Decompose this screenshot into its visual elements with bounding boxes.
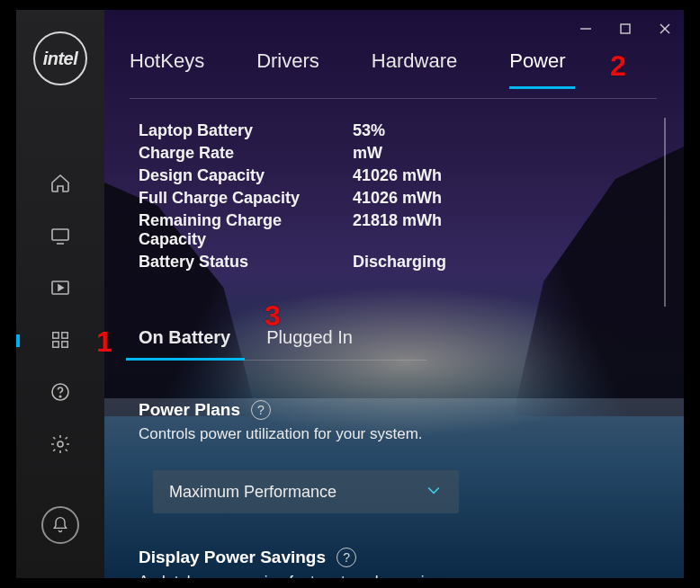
minimize-button[interactable]: [578, 21, 594, 37]
sidebar: intel: [16, 10, 104, 578]
svg-rect-3: [62, 333, 67, 338]
display-savings-desc: An Intel power saving feature to enhance…: [139, 573, 657, 578]
power-subtabs: On Battery Plugged In: [139, 327, 657, 361]
svg-rect-2: [53, 333, 58, 338]
monitor-icon: [49, 225, 71, 246]
gear-icon: [49, 433, 71, 455]
chevron-down-icon: [425, 481, 443, 503]
sidebar-nav: [48, 171, 73, 457]
stat-label-status: Battery Status: [139, 253, 353, 272]
power-plans-title-row: Power Plans ?: [139, 400, 657, 420]
svg-rect-10: [621, 24, 630, 33]
stat-value-laptop-battery: 53%: [353, 121, 657, 140]
svg-rect-5: [62, 342, 67, 347]
stat-value-remaining: 21818 mWh: [353, 211, 657, 249]
tab-power[interactable]: Power: [509, 49, 565, 73]
stat-label-charge-rate: Charge Rate: [139, 144, 353, 163]
tab-hardware[interactable]: Hardware: [372, 49, 457, 73]
content: Laptop Battery 53% Charge Rate mW Design…: [139, 121, 657, 578]
nav-home[interactable]: [48, 171, 73, 196]
stat-label-laptop-battery: Laptop Battery: [139, 121, 353, 140]
nav-help[interactable]: [48, 379, 73, 405]
display-savings-title: Display Power Savings: [139, 548, 326, 567]
minimize-icon: [579, 22, 592, 35]
power-plans-help[interactable]: ?: [251, 400, 271, 420]
tab-hotkeys[interactable]: HotKeys: [130, 49, 204, 73]
power-plans-desc: Controls power utilization for your syst…: [139, 425, 657, 443]
display-savings-help[interactable]: ?: [337, 548, 356, 567]
nav-grid[interactable]: [48, 327, 73, 352]
bell-icon: [51, 516, 69, 534]
home-icon: [49, 173, 71, 194]
stat-label-remaining: Remaining Charge Capacity: [139, 211, 353, 249]
stat-value-design-capacity: 41026 mWh: [353, 166, 657, 185]
help-circle-icon: [49, 381, 71, 403]
scrollbar[interactable]: [664, 118, 666, 307]
display-savings-title-row: Display Power Savings ?: [139, 548, 657, 567]
stat-value-charge-rate: mW: [353, 144, 657, 163]
maximize-button[interactable]: [617, 21, 633, 37]
maximize-icon: [620, 23, 631, 34]
intel-logo: intel: [33, 31, 87, 85]
stat-label-full-charge: Full Charge Capacity: [139, 189, 353, 208]
close-button[interactable]: [657, 21, 673, 37]
power-plan-dropdown[interactable]: Maximum Performance: [153, 470, 459, 513]
grid-icon: [50, 330, 70, 350]
tab-underline: [130, 98, 657, 99]
stat-label-design-capacity: Design Capacity: [139, 166, 353, 185]
main-panel: HotKeys Drivers Hardware Power Laptop Ba…: [104, 10, 684, 578]
tab-drivers[interactable]: Drivers: [256, 49, 319, 73]
power-plan-selected: Maximum Performance: [169, 483, 337, 502]
nav-display[interactable]: [48, 223, 73, 248]
stat-value-status: Discharging: [353, 253, 657, 272]
svg-point-7: [59, 396, 61, 397]
power-plans-title: Power Plans: [139, 400, 240, 420]
notifications-button[interactable]: [41, 506, 79, 544]
close-icon: [659, 22, 671, 35]
subtab-plugged-in[interactable]: Plugged In: [266, 327, 353, 361]
top-tabs: HotKeys Drivers Hardware Power: [130, 49, 684, 87]
battery-stats: Laptop Battery 53% Charge Rate mW Design…: [139, 121, 657, 272]
svg-rect-4: [53, 342, 58, 347]
window-controls: [578, 21, 673, 37]
svg-point-8: [58, 441, 63, 447]
play-screen-icon: [49, 277, 71, 298]
stat-value-full-charge: 41026 mWh: [353, 189, 657, 208]
nav-video[interactable]: [48, 275, 73, 300]
nav-settings[interactable]: [48, 432, 73, 457]
subtab-on-battery[interactable]: On Battery: [139, 327, 230, 361]
svg-rect-0: [52, 229, 68, 240]
